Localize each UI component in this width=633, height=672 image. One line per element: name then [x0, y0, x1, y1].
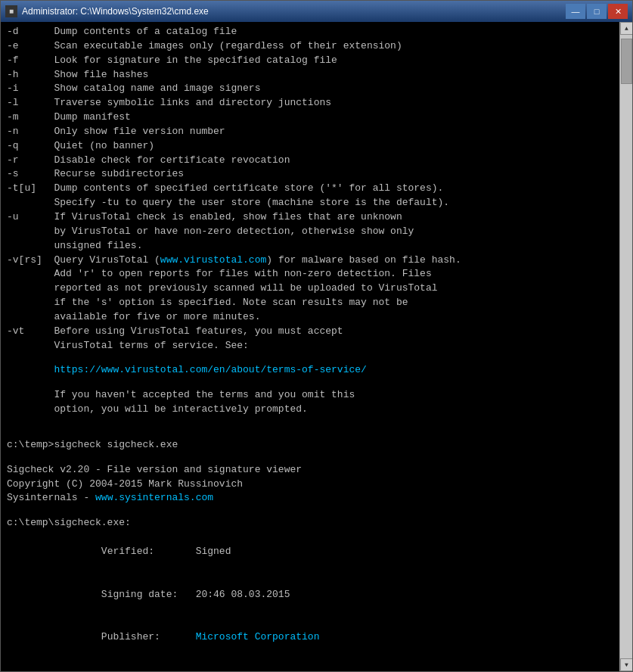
flag-vrs-5: available for five or more minutes.: [7, 310, 613, 325]
info-signing-date: Signing date: 20:46 08.03.2015: [7, 574, 613, 617]
flag-u-3: unsigned files.: [7, 239, 613, 254]
sigcheck-header-3: Sysinternals - www.sysinternals.com: [7, 491, 613, 506]
gap-4: [7, 428, 613, 438]
flag-vrs-1: -v[rs] Query VirusTotal (www.virustotal.…: [7, 254, 613, 268]
flag-vt-1: -vt Before using VirusTotal features, yo…: [7, 325, 613, 339]
flag-s: -s Recurse subdirectories: [7, 167, 613, 182]
flag-u-2: by VirusTotal or have non-zero detection…: [7, 225, 613, 239]
flag-n: -n Only show file version number: [7, 125, 613, 139]
sigcheck-header-1: Sigcheck v2.20 - File version and signat…: [7, 463, 613, 478]
title-bar: ■ Administrator: C:\Windows\System32\cmd…: [1, 1, 632, 22]
close-button[interactable]: ✕: [608, 4, 628, 19]
flag-q: -q Quiet (no banner): [7, 139, 613, 154]
scrollbar-thumb[interactable]: [621, 39, 632, 84]
content-area: -d Dump contents of a catalog file -e Sc…: [1, 22, 632, 671]
scrollbar[interactable]: ▲ ▼: [619, 22, 632, 671]
gap-3: [7, 417, 613, 428]
flag-m: -m Dump manifest: [7, 110, 613, 125]
maximize-button[interactable]: □: [587, 4, 607, 19]
flag-i: -i Show catalog name and image signers: [7, 82, 613, 96]
file-path: c:\temp\sigcheck.exe:: [7, 516, 613, 530]
terms-2: option, you will be interactively prompt…: [7, 403, 613, 417]
flag-d: -d Dump contents of a catalog file: [7, 25, 613, 39]
info-description: Description: File version and signature …: [7, 659, 613, 671]
flag-e: -e Scan executable images only (regardle…: [7, 39, 613, 54]
flag-vrs-4: if the 's' option is specified. Note sca…: [7, 296, 613, 310]
terminal-output[interactable]: -d Dump contents of a catalog file -e Sc…: [1, 22, 619, 671]
terms-1: If you haven't accepted the terms and yo…: [7, 388, 613, 403]
scrollbar-track[interactable]: [620, 35, 632, 658]
vt-url: https://www.virustotal.com/en/about/term…: [7, 363, 613, 378]
flag-l: -l Traverse symbolic links and directory…: [7, 96, 613, 110]
sigcheck-header-2: Copyright (C) 2004-2015 Mark Russinovich: [7, 478, 613, 492]
flag-vrs-3: reported as not previously scanned will …: [7, 282, 613, 296]
window-icon: ■: [5, 5, 17, 17]
flag-r: -r Disable check for certificate revocat…: [7, 154, 613, 168]
cmd-window: ■ Administrator: C:\Windows\System32\cmd…: [0, 0, 633, 672]
gap-1: [7, 353, 613, 363]
flag-vt-2: VirusTotal terms of service. See:: [7, 339, 613, 353]
flag-tu-1: -t[u] Dump contents of specified certifi…: [7, 182, 613, 196]
gap-2: [7, 378, 613, 388]
scroll-up-button[interactable]: ▲: [620, 22, 632, 35]
gap-6: [7, 506, 613, 516]
window-title: Administrator: C:\Windows\System32\cmd.e…: [22, 6, 209, 17]
scroll-down-button[interactable]: ▼: [620, 658, 632, 671]
info-verified: Verified: Signed: [7, 530, 613, 574]
info-publisher: Publisher: Microsoft Corporation: [7, 616, 613, 659]
flag-tu-2: Specify -tu to query the user store (mac…: [7, 196, 613, 210]
command-sigcheck: c:\temp>sigcheck sigcheck.exe: [7, 438, 613, 453]
title-bar-left: ■ Administrator: C:\Windows\System32\cmd…: [5, 5, 209, 17]
flag-f: -f Look for signature in the specified c…: [7, 54, 613, 68]
flag-vrs-2: Add 'r' to open reports for files with n…: [7, 267, 613, 282]
title-buttons: — □ ✕: [566, 4, 628, 19]
minimize-button[interactable]: —: [566, 4, 585, 19]
flag-h: -h Show file hashes: [7, 68, 613, 82]
flag-u-1: -u If VirusTotal check is enabled, show …: [7, 210, 613, 225]
gap-5: [7, 453, 613, 463]
